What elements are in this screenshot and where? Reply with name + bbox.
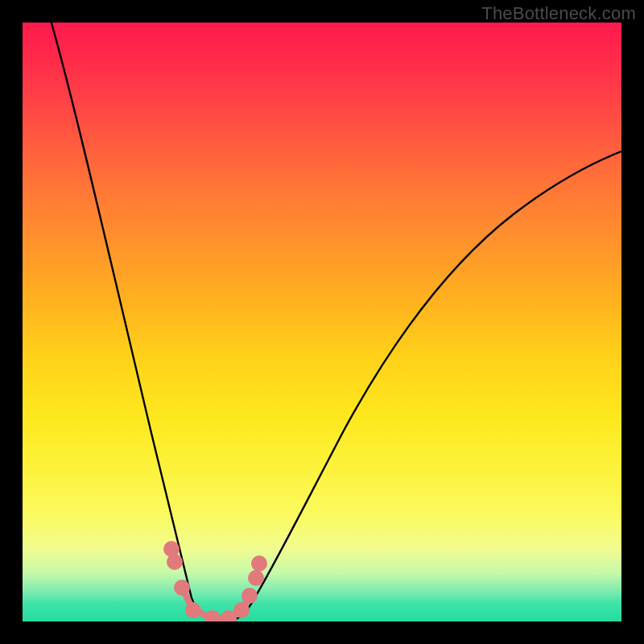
svg-point-10 — [224, 613, 233, 621]
svg-point-12 — [237, 605, 246, 615]
svg-point-14 — [251, 573, 261, 583]
curve-layer — [23, 23, 621, 621]
svg-point-2 — [170, 557, 180, 567]
svg-point-1 — [167, 544, 176, 554]
watermark-text: TheBottleneck.com — [481, 3, 636, 24]
svg-point-9 — [208, 613, 217, 621]
svg-point-8 — [188, 605, 198, 615]
chart-frame: TheBottleneck.com — [0, 0, 644, 644]
svg-point-4 — [177, 583, 187, 592]
svg-point-13 — [245, 591, 254, 601]
svg-point-15 — [254, 559, 264, 568]
bottleneck-curve — [47, 23, 621, 621]
plot-area — [23, 23, 621, 621]
